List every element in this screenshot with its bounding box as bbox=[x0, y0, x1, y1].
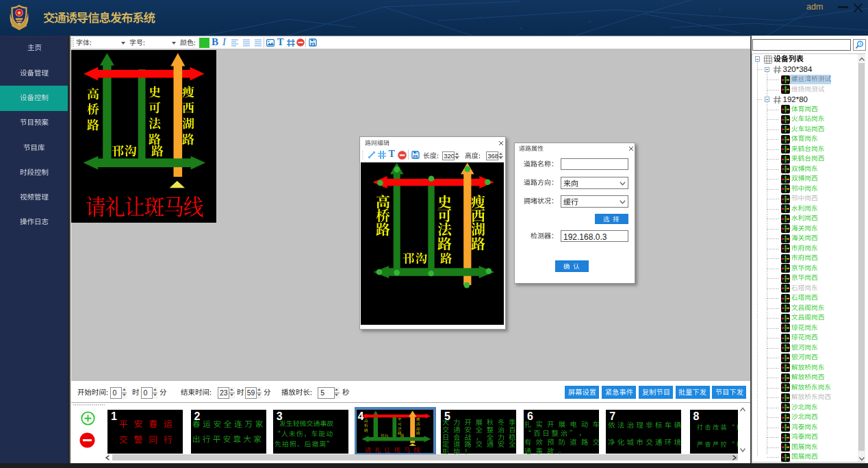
svg-text:3: 3 bbox=[859, 42, 861, 46]
